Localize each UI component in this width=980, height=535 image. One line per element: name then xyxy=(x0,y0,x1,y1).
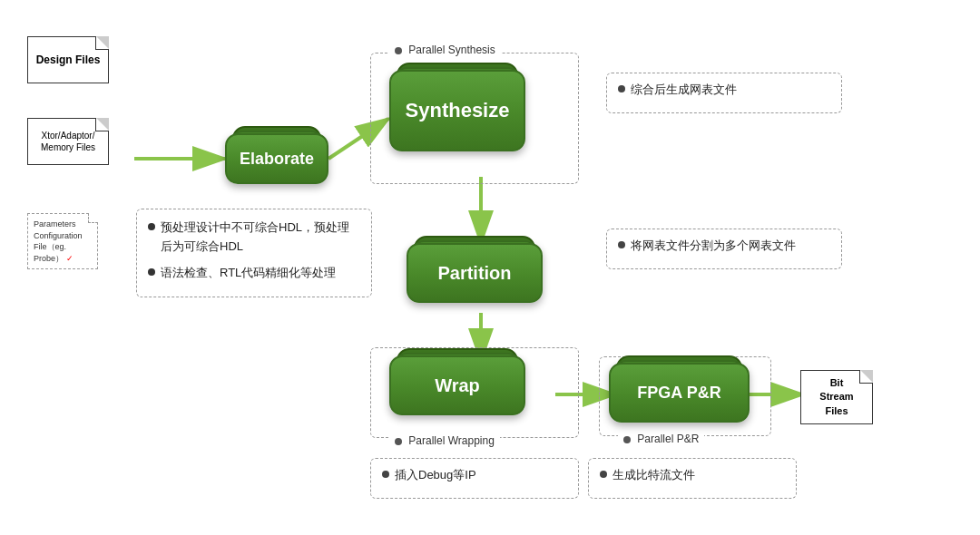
bit-stream-label: BitStreamFiles xyxy=(819,376,853,418)
elaborate-button[interactable]: Elaborate xyxy=(225,133,328,184)
parallel-wrapping-label: Parallel Wrapping xyxy=(408,434,495,447)
fpga-pr-label: FPGA P&R xyxy=(637,384,720,403)
parallel-pr-box: Parallel P&R FPGA P&R xyxy=(599,356,771,436)
bit-stream-box: BitStreamFiles xyxy=(800,370,873,424)
elaborate-label: Elaborate xyxy=(240,150,314,169)
design-files-label: Design Files xyxy=(36,54,101,66)
wrap-desc-box: 插入Debug等IP xyxy=(370,458,579,499)
parallel-pr-label: Parallel P&R xyxy=(637,433,699,445)
synthesize-button[interactable]: Synthesize xyxy=(389,70,525,151)
fpga-pr-button[interactable]: FPGA P&R xyxy=(609,363,750,423)
params-config-box: ParametersConfigurationFile（eg.Probe） ✓ xyxy=(27,213,98,269)
synthesize-desc: 综合后生成网表文件 xyxy=(631,81,737,100)
xtor-files-label: Xtor/Adaptor/Memory Files xyxy=(41,130,95,153)
wrap-desc: 插入Debug等IP xyxy=(395,466,476,485)
wrap-button[interactable]: Wrap xyxy=(389,355,525,415)
fpga-pr-desc-box: 生成比特流文件 xyxy=(588,458,797,499)
design-files-box: Design Files xyxy=(27,36,109,83)
wrap-label: Wrap xyxy=(435,375,480,396)
partition-button[interactable]: Partition xyxy=(407,243,543,303)
params-config-label: ParametersConfigurationFile（eg.Probe） xyxy=(34,219,83,263)
partition-desc: 将网表文件分割为多个网表文件 xyxy=(631,237,796,256)
fpga-pr-desc: 生成比特流文件 xyxy=(612,466,695,485)
synthesize-desc-box: 综合后生成网表文件 xyxy=(606,73,842,113)
synthesize-label: Synthesize xyxy=(406,99,510,122)
partition-label: Partition xyxy=(437,263,511,284)
partition-desc-box: 将网表文件分割为多个网表文件 xyxy=(606,229,842,269)
xtor-files-box: Xtor/Adaptor/Memory Files xyxy=(27,118,109,165)
diagram-container: Design Files Xtor/Adaptor/Memory Files P… xyxy=(0,0,980,535)
elaborate-desc-box: 预处理设计中不可综合HDL，预处理后为可综合HDL 语法检查、RTL代码精细化等… xyxy=(136,209,372,297)
elaborate-desc1: 预处理设计中不可综合HDL，预处理后为可综合HDL xyxy=(161,219,360,257)
parallel-wrapping-box: Parallel Wrapping Wrap xyxy=(370,347,579,438)
elaborate-desc2: 语法检查、RTL代码精细化等处理 xyxy=(161,264,336,283)
parallel-synthesis-label: Parallel Synthesis xyxy=(408,44,495,56)
parallel-synthesis-box: Parallel Synthesis Synthesize xyxy=(370,53,579,184)
